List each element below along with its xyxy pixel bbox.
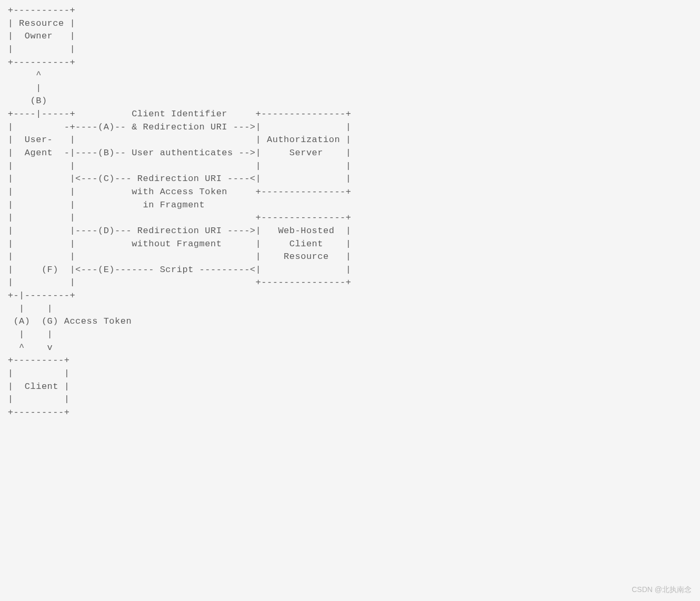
oauth-implicit-flow-diagram: +----------+ | Resource | | Owner | | | … <box>0 0 700 424</box>
